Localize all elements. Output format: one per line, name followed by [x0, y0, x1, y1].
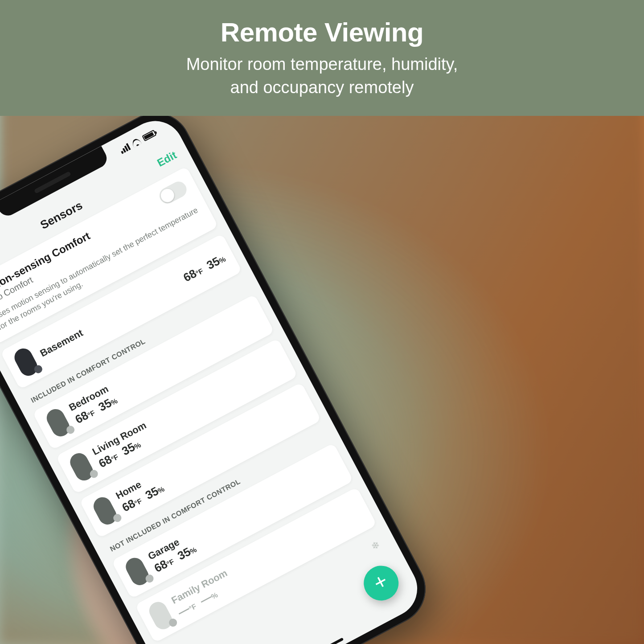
sensor-icon — [67, 450, 96, 484]
sensor-icon — [44, 406, 73, 439]
cellular-signal-icon — [119, 143, 131, 154]
battery-icon — [142, 130, 156, 141]
sensor-icon — [12, 345, 41, 379]
sensor-stats: 68°F 35% — [181, 251, 228, 284]
banner-title: Remote Viewing — [221, 17, 423, 48]
sensor-icon — [90, 494, 119, 528]
banner-subtitle: Monitor room temperature, humidity, and … — [186, 53, 458, 99]
wifi-icon — [131, 137, 142, 148]
sensor-icon — [123, 555, 152, 588]
plus-icon: + — [370, 570, 391, 595]
marketing-banner: Remote Viewing Monitor room temperature,… — [0, 0, 644, 116]
sensor-icon — [146, 599, 175, 632]
motion-sensing-toggle[interactable] — [156, 179, 189, 206]
edit-button[interactable]: Edit — [155, 149, 179, 169]
